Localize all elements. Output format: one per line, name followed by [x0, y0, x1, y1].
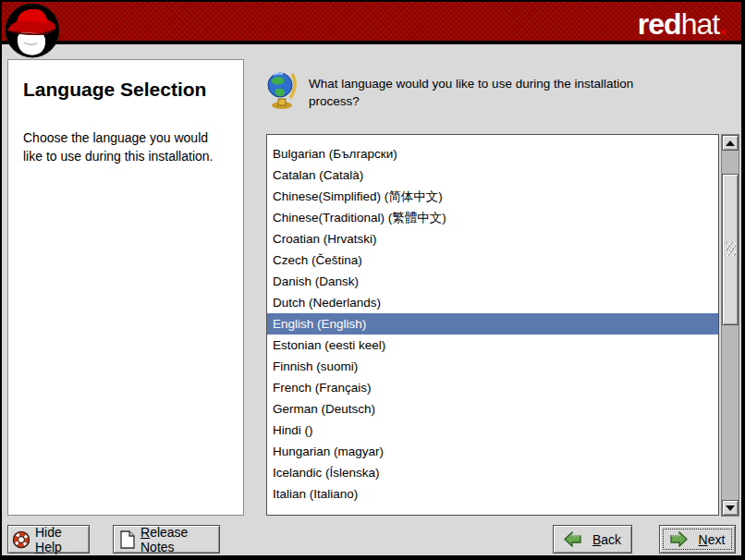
- document-icon: [119, 530, 136, 549]
- language-list-item[interactable]: Icelandic (Íslenska): [267, 462, 718, 483]
- language-list-item[interactable]: Italian (Italiano): [267, 483, 718, 505]
- question-text: What language would you like to use duri…: [309, 68, 653, 111]
- window-content: redhat. Language Selection Choose the la…: [2, 2, 741, 555]
- language-list-item[interactable]: Chinese(Traditional) (繁體中文): [267, 207, 718, 228]
- language-list-item[interactable]: Finnish (suomi): [267, 356, 718, 377]
- language-list-item[interactable]: Bulgarian (Български): [267, 143, 718, 164]
- header-banner: [2, 2, 741, 44]
- question-row: What language would you like to use duri…: [266, 68, 653, 111]
- next-button[interactable]: Next: [659, 525, 736, 554]
- scrollbar-thumb[interactable]: [722, 174, 739, 325]
- back-label: Back: [592, 532, 621, 547]
- wordmark-dot: .: [719, 7, 727, 41]
- language-list-item[interactable]: Hungarian (magyar): [267, 441, 718, 462]
- back-button[interactable]: Back: [553, 525, 632, 554]
- language-list-item[interactable]: French (Français): [267, 377, 718, 398]
- language-list-item[interactable]: Catalan (Català): [267, 164, 718, 186]
- language-list-scrollbar[interactable]: [721, 134, 739, 517]
- help-text: Choose the language you would like to us…: [23, 128, 228, 166]
- back-arrow-icon: [564, 531, 581, 547]
- language-list-item[interactable]: Hindi (): [267, 420, 718, 441]
- hide-help-button[interactable]: Hide Help: [7, 525, 90, 554]
- language-list-item[interactable]: German (Deutsch): [267, 398, 718, 420]
- release-notes-label: Release Notes: [140, 525, 212, 554]
- language-list-item[interactable]: Danish (Dansk): [267, 271, 718, 292]
- page-title: Language Selection: [23, 79, 228, 101]
- wordmark-hat: hat: [681, 7, 719, 41]
- language-list-item[interactable]: English (English): [267, 313, 718, 335]
- language-list-item[interactable]: Chinese(Simplified) (简体中文): [267, 186, 718, 207]
- globe-icon: [266, 68, 298, 109]
- language-list-item[interactable]: Croatian (Hrvatski): [267, 228, 718, 250]
- language-list-item[interactable]: Estonian (eesti keel): [267, 335, 718, 356]
- language-list-item[interactable]: Czech (Čeština): [267, 250, 718, 271]
- next-arrow-icon: [670, 531, 688, 547]
- language-list-item[interactable]: Dutch (Nederlands): [267, 292, 718, 313]
- scroll-up-button[interactable]: [722, 135, 739, 151]
- life-ring-icon: [12, 530, 31, 549]
- release-notes-button[interactable]: Release Notes: [113, 525, 220, 554]
- arrow-down-icon: [726, 505, 735, 511]
- language-list[interactable]: Bulgarian (Български)Catalan (Català)Chi…: [266, 134, 719, 516]
- next-label: Next: [699, 532, 726, 547]
- arrow-up-icon: [726, 140, 735, 146]
- scroll-down-button[interactable]: [722, 500, 739, 516]
- help-panel: Language Selection Choose the language y…: [7, 59, 244, 516]
- redhat-wordmark: redhat.: [638, 4, 727, 44]
- hide-help-label: Hide Help: [35, 525, 81, 554]
- installer-window: redhat. Language Selection Choose the la…: [0, 0, 745, 560]
- redhat-shadowman-logo-icon: [4, 2, 63, 61]
- wordmark-red: red: [638, 7, 681, 41]
